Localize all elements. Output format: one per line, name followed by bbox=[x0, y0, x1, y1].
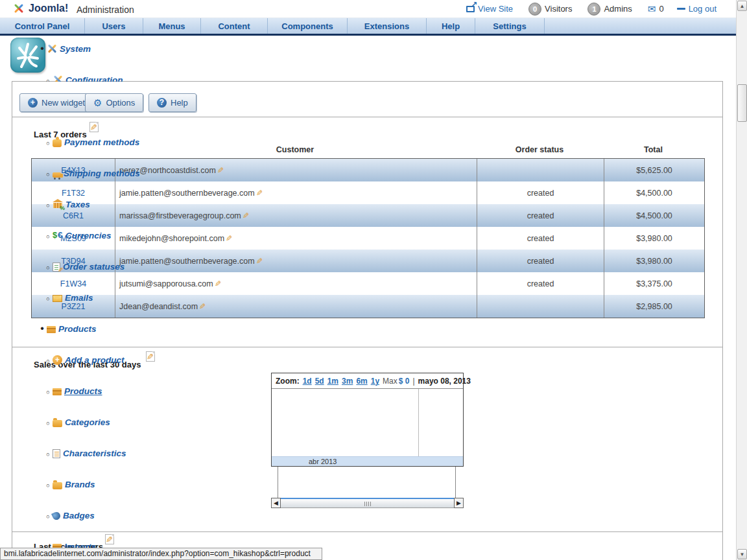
help-button[interactable]: ? Help bbox=[148, 93, 196, 112]
tab-components[interactable]: Components bbox=[268, 18, 348, 34]
sidebar-item-characteristics[interactable]: Characteristics bbox=[38, 447, 126, 459]
order-number-link[interactable]: F1T32 bbox=[62, 189, 85, 198]
section-divider bbox=[12, 117, 723, 117]
sidebar-item-emails[interactable]: Emails bbox=[38, 292, 93, 303]
scroll-right-arrow-icon[interactable]: ▶ bbox=[454, 498, 464, 508]
order-status: created bbox=[477, 272, 604, 295]
tab-extensions[interactable]: Extensions bbox=[348, 18, 427, 34]
browser-scrollbar[interactable]: ▲ ▼ bbox=[736, 0, 747, 560]
sidebar-item-label[interactable]: Products bbox=[64, 386, 102, 396]
sidebar-item-label[interactable]: Badges bbox=[63, 511, 95, 520]
range-3m[interactable]: 3m bbox=[342, 377, 353, 386]
sidebar-item-shipping-methods[interactable]: Shipping methods bbox=[38, 167, 140, 179]
tab-help[interactable]: Help bbox=[427, 18, 475, 34]
scroll-down-arrow-icon[interactable]: ▼ bbox=[737, 549, 747, 559]
tab-control-panel[interactable]: Control Panel bbox=[0, 18, 85, 34]
order-status bbox=[477, 295, 604, 318]
customer-email: jutsumi@sapporousa.com bbox=[119, 279, 213, 288]
folder-icon bbox=[53, 482, 62, 489]
edit-widget-icon[interactable] bbox=[89, 121, 99, 132]
sidebar-item-brands[interactable]: Brands bbox=[38, 478, 95, 490]
chart-navigator[interactable] bbox=[278, 467, 456, 498]
sidebar-item-label[interactable]: Brands bbox=[65, 480, 95, 489]
sidebar-item-label[interactable]: Products bbox=[58, 324, 97, 334]
sidebar-item-products[interactable]: Products bbox=[38, 385, 102, 397]
sidebar-item-add-a-product[interactable]: Add a product bbox=[38, 354, 124, 366]
sidebar-item-label[interactable]: Shipping methods bbox=[64, 169, 140, 178]
orders-table: E4X13 perez@northcoastdist.com✎ $5,625.0… bbox=[31, 158, 705, 318]
sidebar-item-label[interactable]: Taxes bbox=[65, 200, 90, 209]
admins-badge: 1 bbox=[587, 3, 600, 16]
range-max[interactable]: Max bbox=[383, 377, 397, 386]
order-status bbox=[477, 159, 604, 181]
sidebar-item-taxes[interactable]: Taxes bbox=[38, 198, 90, 210]
range-1d[interactable]: 1d bbox=[303, 377, 312, 386]
logout-icon bbox=[677, 8, 685, 10]
scroll-up-arrow-icon[interactable]: ▲ bbox=[737, 1, 747, 11]
sidebar-item-label[interactable]: Add a product bbox=[65, 355, 124, 365]
bullet-icon bbox=[43, 169, 53, 178]
sidebar-item-badges[interactable]: Badges bbox=[38, 509, 95, 521]
edit-pencil-icon[interactable]: ✎ bbox=[243, 211, 249, 220]
order-number-link[interactable]: C6R1 bbox=[63, 211, 84, 220]
sidebar-item-system[interactable]: System bbox=[38, 43, 91, 54]
view-site-link[interactable]: View Site bbox=[466, 4, 513, 14]
messages-status[interactable]: ✉ 0 bbox=[648, 3, 664, 15]
sidebar-item-label[interactable]: Characteristics bbox=[63, 449, 126, 458]
options-button[interactable]: ⚙ Options bbox=[85, 93, 143, 112]
bank-icon bbox=[53, 199, 63, 209]
sidebar-item-order-statuses[interactable]: Order statuses bbox=[38, 261, 124, 272]
sidebar-item-label[interactable]: Emails bbox=[65, 293, 93, 303]
order-status: created bbox=[477, 227, 604, 250]
sidebar-item-payment-methods[interactable]: Payment methods bbox=[38, 136, 139, 148]
edit-pencil-icon[interactable]: ✎ bbox=[256, 189, 263, 198]
customer-email: jamie.patten@southernbeverage.com bbox=[119, 189, 255, 198]
column-header-total: Total bbox=[603, 145, 704, 158]
column-header-customer: Customer bbox=[114, 145, 476, 158]
chart-scrollbar-grip[interactable] bbox=[364, 502, 372, 506]
sidebar-item-currencies[interactable]: Currencies bbox=[38, 229, 112, 241]
tab-content[interactable]: Content bbox=[201, 18, 268, 34]
edit-widget-icon[interactable] bbox=[146, 350, 155, 362]
edit-widget-icon[interactable] bbox=[105, 533, 114, 544]
chart-scrollbar-track[interactable] bbox=[281, 498, 454, 508]
edit-pencil-icon[interactable]: ✎ bbox=[215, 279, 221, 288]
column-header-order-status: Order status bbox=[476, 145, 603, 158]
range-5d[interactable]: 5d bbox=[315, 377, 324, 386]
tools-icon bbox=[47, 43, 57, 54]
scroll-left-arrow-icon[interactable]: ◀ bbox=[271, 498, 281, 508]
bullet-icon bbox=[43, 262, 53, 272]
list-icon bbox=[53, 449, 60, 458]
chart-value: $ 0 bbox=[399, 377, 410, 386]
sidebar-item-label[interactable]: Currencies bbox=[65, 231, 112, 240]
table-row: C6R1 marissa@firstbeveragegroup.com✎ cre… bbox=[32, 204, 704, 227]
edit-pencil-icon[interactable]: ✎ bbox=[217, 166, 224, 175]
widget-toolbar: + New widget ⚙ Options ? Help bbox=[12, 82, 722, 117]
edit-pencil-icon[interactable]: ✎ bbox=[199, 302, 206, 311]
order-total: $4,500.00 bbox=[604, 181, 704, 204]
sidebar-item-products-group[interactable]: Products bbox=[38, 323, 97, 334]
admin-topbar: Joomla! Administration View Site 0 Visit… bbox=[0, 0, 736, 18]
range-6m[interactable]: 6m bbox=[356, 377, 367, 386]
browser-status-bar: bmi.lafabricadelinternet.com/administrat… bbox=[0, 548, 322, 560]
sidebar-item-label[interactable]: System bbox=[60, 44, 91, 54]
sidebar-item-label[interactable]: Payment methods bbox=[64, 137, 139, 147]
tab-users[interactable]: Users bbox=[85, 18, 143, 34]
logout-link[interactable]: Log out bbox=[677, 4, 717, 14]
tab-settings[interactable]: Settings bbox=[475, 18, 545, 34]
sidebar-item-categories[interactable]: Categories bbox=[38, 416, 110, 428]
order-total: $3,375.00 bbox=[604, 272, 704, 295]
scrollbar-thumb[interactable] bbox=[737, 84, 747, 122]
new-widget-button[interactable]: + New widget bbox=[19, 93, 93, 112]
edit-pencil-icon[interactable]: ✎ bbox=[256, 257, 263, 266]
range-1y[interactable]: 1y bbox=[371, 377, 379, 386]
chart-scrollbar: ◀ ▶ bbox=[271, 498, 464, 508]
order-number-link[interactable]: F1W34 bbox=[60, 279, 86, 288]
sidebar-item-label[interactable]: Categories bbox=[65, 417, 110, 427]
folder-icon bbox=[53, 420, 62, 427]
edit-pencil-icon[interactable]: ✎ bbox=[226, 234, 232, 243]
table-row: T3D94 jamie.patten@southernbeverage.com✎… bbox=[32, 250, 704, 272]
range-1m[interactable]: 1m bbox=[327, 377, 338, 386]
sidebar-item-label[interactable]: Order statuses bbox=[63, 262, 124, 272]
tab-menus[interactable]: Menus bbox=[143, 18, 201, 34]
